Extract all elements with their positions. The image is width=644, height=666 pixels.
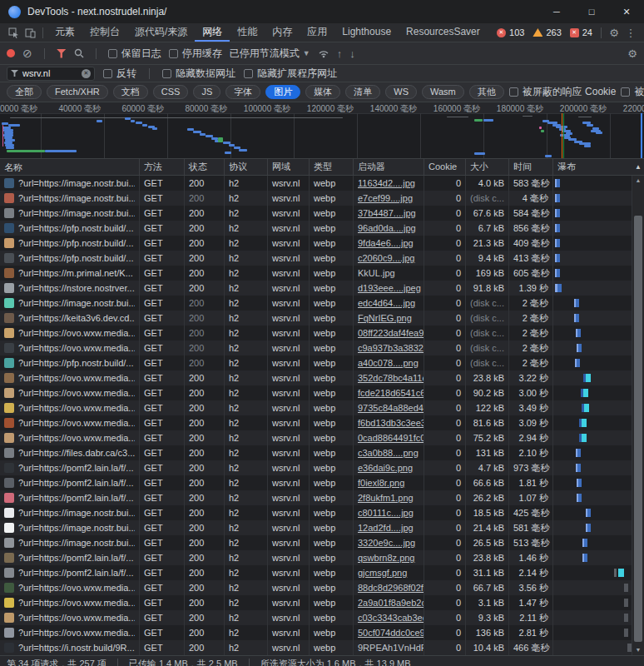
table-row[interactable]: ?url=https://image.nostr.bui...GET200h2w… [0,176,644,191]
initiator-link[interactable]: 11634d2....jpg [358,178,415,188]
hide-data-urls-checkbox[interactable]: 隐藏数据网址 [162,67,235,81]
chip-wasm[interactable]: Wasm [422,85,464,99]
scrollbar-thumb[interactable] [634,216,642,642]
column-header-status[interactable]: 状态 [185,159,225,175]
table-row[interactable]: ?url=https://nstore.nostrver...GET200h2w… [0,281,644,296]
scroll-up-icon[interactable]: ▲ [632,176,644,186]
initiator-link[interactable]: e36dai9c.png [358,463,413,473]
initiator-link[interactable]: 2a9a01f8a9eb2c4 [358,598,424,608]
settings-gear-icon[interactable]: ⚙ [606,27,622,38]
initiator-link[interactable]: 9RPEAh1VnHdPz [358,643,424,653]
initiator-link[interactable]: 3320e9c....jpg [358,538,415,548]
preserve-log-checkbox[interactable]: 保留日志 [108,47,161,61]
network-settings-gear-icon[interactable]: ⚙ [627,48,637,59]
initiator-link[interactable]: 9fda4e6....jpg [358,238,414,248]
blocked-cookies-checkbox[interactable]: 被屏蔽的响应 Cookie [509,85,617,99]
column-header-method[interactable]: 方法 [140,159,185,175]
table-row[interactable]: ?url=https://pomf2.lain.la/f/...GET200h2… [0,460,644,475]
initiator-link[interactable]: f6bd13db3c3ee35 [358,418,424,428]
table-row[interactable]: ?url=https://pomf2.lain.la/f/...GET200h2… [0,550,644,565]
network-conditions-icon[interactable] [318,48,329,58]
tab-sources[interactable]: 源代码/来源 [127,23,195,42]
column-header-domain[interactable]: 网域 [268,159,310,175]
throttling-dropdown[interactable]: 已停用节流模式 ▼ [230,47,310,61]
hide-extension-urls-checkbox[interactable]: 隐藏扩展程序网址 [244,67,337,81]
console-errors-badge[interactable]: ✕ 103 [497,27,524,37]
table-row[interactable]: ?url=https://ovo.wxw.media...GET200h2wsr… [0,625,644,640]
column-header-name[interactable]: 名称 [0,159,140,175]
column-header-time[interactable]: 时间 [509,159,553,175]
initiator-link[interactable]: KkUL.jpg [358,268,395,278]
table-row[interactable]: ?url=https://i.nostr.build/9R...GET200h2… [0,640,644,655]
export-har-icon[interactable]: ↓ [349,48,355,59]
table-row[interactable]: ?url=https://image.nostr.bui...GET200h2w… [0,520,644,535]
table-row[interactable]: ?url=https://pfp.nostr.build/...GET200h2… [0,221,644,236]
chip-ws[interactable]: WS [385,85,417,99]
filter-input[interactable]: wsrv.nl ✕ [7,67,95,81]
kebab-menu-icon[interactable]: ⋮ [622,27,639,38]
chip-doc[interactable]: 文档 [113,85,148,99]
initiator-link[interactable]: 37b4487....jpg [358,208,416,218]
tab-elements[interactable]: 元素 [47,23,82,42]
initiator-link[interactable]: qswbrn8z.png [358,553,415,563]
initiator-link[interactable]: 9735c84a88ed481 [358,403,424,413]
import-har-icon[interactable]: ↑ [337,48,343,59]
issues-badge[interactable]: ✕ 24 [570,27,592,37]
column-header-waterfall[interactable]: 瀑布▲ [553,159,644,175]
initiator-link[interactable]: gjcmsgf.png [358,568,407,578]
table-row[interactable]: ?url=https://pfp.nostr.build/...GET200h2… [0,251,644,266]
record-network-log-button[interactable] [7,49,15,57]
chip-fetch-xhr[interactable]: Fetch/XHR [47,85,108,99]
chip-manifest[interactable]: 清单 [345,85,380,99]
initiator-link[interactable]: fcde218d6541c65 [358,388,424,398]
filter-toggle-icon[interactable] [57,49,67,58]
table-row[interactable]: ?url=https://files.dabr.ca/c3...GET200h2… [0,445,644,460]
inspect-element-icon[interactable] [5,23,22,42]
table-row[interactable]: ?url=https://pomf2.lain.la/f/...GET200h2… [0,490,644,505]
initiator-link[interactable]: e7cef99....jpg [358,193,413,203]
initiator-link[interactable]: edc4d64....jpg [358,298,415,308]
chip-other[interactable]: 其他 [469,85,504,99]
column-header-type[interactable]: 类型 [310,159,354,175]
chip-js[interactable]: JS [193,85,220,99]
tab-application[interactable]: 应用 [300,23,334,42]
table-row[interactable]: ?url=https://image.nostr.bui...GET200h2w… [0,191,644,206]
maximize-button[interactable]: □ [574,0,609,23]
chip-font[interactable]: 字体 [225,85,260,99]
chip-css[interactable]: CSS [153,85,189,99]
table-row[interactable]: ?url=https://image.nostr.bui...GET200h2w… [0,535,644,550]
device-toolbar-icon[interactable] [22,23,38,42]
table-row[interactable]: ?url=https://pomf2.lain.la/f/...GET200h2… [0,565,644,580]
clear-filter-icon[interactable]: ✕ [82,69,91,78]
initiator-link[interactable]: d193eee....jpeg [358,283,421,293]
initiator-link[interactable]: 88dc8d2968f02f6 [358,583,424,593]
table-row[interactable]: ?url=https://ovo.wxw.media...GET200h2wsr… [0,415,644,430]
initiator-link[interactable]: c03c3343cab3ee2 [358,613,424,623]
console-warnings-badge[interactable]: 263 [533,27,561,37]
tab-resources-saver[interactable]: ResourcesSaver [399,23,488,42]
initiator-link[interactable]: 08ff223daf4fea96 [358,328,424,338]
chip-all[interactable]: 全部 [7,85,42,99]
initiator-link[interactable]: a40c078....png [358,358,419,368]
table-row[interactable]: ?url=https://ovo.wxw.media...GET200h2wsr… [0,430,644,445]
initiator-link[interactable]: c2060c9....jpg [358,253,415,263]
table-row[interactable]: ?url=https://ovo.wxw.media...GET200h2wsr… [0,370,644,385]
column-header-protocol[interactable]: 协议 [225,159,268,175]
initiator-link[interactable]: f0iexl8r.png [358,478,404,488]
initiator-link[interactable]: FqNrIEG.png [358,313,412,323]
table-row[interactable]: ?url=https://ovo.wxw.media...GET200h2wsr… [0,400,644,415]
table-row[interactable]: ?url=https://pfp.nostr.build/...GET200h2… [0,236,644,251]
tab-network[interactable]: 网络 [195,23,230,42]
table-row[interactable]: ?url=https://ovo.wxw.media...GET200h2wsr… [0,610,644,625]
blocked-requests-checkbox[interactable]: 被屏蔽的请求 [621,85,644,99]
table-row[interactable]: ?url=https://image.nostr.bui...GET200h2w… [0,296,644,311]
initiator-link[interactable]: 96ad0da....jpg [358,223,416,233]
tab-performance[interactable]: 性能 [230,23,265,42]
initiator-link[interactable]: c3a0b88....png [358,448,419,458]
invert-filter-checkbox[interactable]: 反转 [103,67,136,81]
disable-cache-checkbox[interactable]: 停用缓存 [169,47,222,61]
table-row[interactable]: ?url=https://ovo.wxw.media...GET200h2wsr… [0,340,644,355]
tab-memory[interactable]: 内存 [265,23,300,42]
table-row[interactable]: ?url=https://m.primal.net/K...GET200h2ws… [0,266,644,281]
minimize-button[interactable]: ─ [539,0,574,23]
